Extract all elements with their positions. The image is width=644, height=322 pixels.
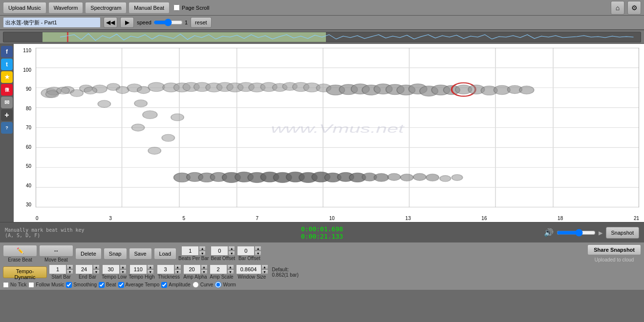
share-snapshot-button[interactable]: Share Snapshot xyxy=(587,244,641,255)
page-scroll-checkbox[interactable] xyxy=(173,4,180,11)
status-right: 🔊 ▶ Snapshot xyxy=(428,227,639,239)
social-sidebar: f t ★ 微 ✉ + ? xyxy=(0,44,14,222)
beats-per-bar-down[interactable]: ▼ xyxy=(199,251,206,256)
follow-music-row: Follow Music xyxy=(28,282,64,288)
beats-per-bar-label: Beats Per Bar xyxy=(178,256,209,261)
snapshot-button[interactable]: Snapshot xyxy=(606,227,639,239)
delete-button[interactable]: Delete xyxy=(75,248,102,260)
amp-alpha-up[interactable]: ▲ xyxy=(201,264,208,269)
snap-button[interactable]: Snap xyxy=(104,248,127,260)
beats-per-bar-up[interactable]: ▲ xyxy=(199,246,206,251)
amplitude-label: Amplitude xyxy=(169,282,190,287)
start-bar-up[interactable]: ▲ xyxy=(66,264,73,269)
beat-offset-input[interactable] xyxy=(211,246,228,256)
svg-point-79 xyxy=(374,173,388,181)
manual-beat-button[interactable]: Manual Beat xyxy=(129,2,170,14)
worm-radio[interactable] xyxy=(215,282,221,288)
start-bar-input[interactable] xyxy=(49,264,66,274)
end-bar-up[interactable]: ▲ xyxy=(93,264,100,269)
reset-button[interactable]: reset xyxy=(191,17,211,28)
beats-per-bar-input[interactable] xyxy=(181,246,199,256)
erase-beat-label: Erase Beat xyxy=(8,257,32,262)
svg-point-62 xyxy=(519,86,534,94)
thickness-down[interactable]: ▼ xyxy=(174,269,181,274)
no-tick-checkbox[interactable] xyxy=(3,282,9,288)
bar-offset-up[interactable]: ▲ xyxy=(255,246,261,251)
beat-offset-up[interactable]: ▲ xyxy=(228,246,235,251)
svg-point-91 xyxy=(116,86,129,94)
play-button[interactable]: ▶ xyxy=(120,17,134,28)
window-size-up[interactable]: ▲ xyxy=(261,264,268,269)
svg-point-92 xyxy=(131,124,144,131)
main-area: f t ★ 微 ✉ + ? 110 100 90 80 70 60 50 40 … xyxy=(0,44,644,222)
worm-label: Worm xyxy=(223,282,236,287)
amp-scale-down[interactable]: ▼ xyxy=(227,269,234,274)
weibo-icon[interactable]: 微 xyxy=(1,84,13,96)
home-icon[interactable]: ⌂ xyxy=(611,1,624,15)
follow-music-checkbox[interactable] xyxy=(28,282,34,288)
svg-point-95 xyxy=(171,114,184,121)
curve-radio[interactable] xyxy=(193,282,199,288)
y-label-30: 30 xyxy=(26,202,31,207)
controls-area: ✏️ Erase Beat ↔️ Move Beat Delete Snap S… xyxy=(0,242,644,290)
tempo-low-up[interactable]: ▲ xyxy=(120,264,127,269)
help-icon[interactable]: ? xyxy=(1,122,13,134)
settings-icon[interactable]: ⚙ xyxy=(627,1,641,15)
end-bar-down[interactable]: ▼ xyxy=(93,269,100,274)
hint-line2: (A, S, D, F) xyxy=(5,233,216,238)
window-size-label: Window Size xyxy=(238,274,266,280)
tempo-dynamic-button[interactable]: Tempo-Dynamic xyxy=(3,266,47,278)
waveform-overview xyxy=(0,30,644,44)
waveform-bar[interactable] xyxy=(3,32,641,42)
bar-offset-down[interactable]: ▼ xyxy=(255,251,261,256)
smoothing-checkbox[interactable] xyxy=(66,282,72,288)
tempo-low-down[interactable]: ▼ xyxy=(120,269,127,274)
beat-offset-down[interactable]: ▼ xyxy=(228,251,235,256)
y-label-80: 80 xyxy=(26,106,31,111)
spectrogram-button[interactable]: Spectrogram xyxy=(85,2,127,14)
load-button[interactable]: Load xyxy=(154,248,176,260)
tempo-high-down[interactable]: ▼ xyxy=(147,269,154,274)
twitter-icon[interactable]: t xyxy=(1,59,13,70)
svg-point-87 xyxy=(57,87,69,94)
window-size-down[interactable]: ▼ xyxy=(261,269,268,274)
amplitude-checkbox[interactable] xyxy=(161,282,167,288)
y-label-90: 90 xyxy=(26,86,31,92)
facebook-icon[interactable]: f xyxy=(1,46,13,58)
move-beat-button[interactable]: ↔️ xyxy=(39,245,73,257)
track-name-input[interactable] xyxy=(3,17,101,28)
volume-icon: 🔊 xyxy=(544,228,554,237)
speed-slider[interactable] xyxy=(153,19,183,26)
erase-beat-button[interactable]: ✏️ xyxy=(3,245,37,257)
waveform-button[interactable]: Waveform xyxy=(48,2,84,14)
amp-alpha-down[interactable]: ▼ xyxy=(201,269,208,274)
start-bar-label: Start Bar xyxy=(51,274,70,280)
tempo-high-input[interactable] xyxy=(129,264,147,274)
save-button[interactable]: Save xyxy=(129,248,152,260)
thickness-input[interactable] xyxy=(157,264,174,274)
mail-icon[interactable]: ✉ xyxy=(1,97,13,108)
curve-label: Curve xyxy=(200,282,214,287)
amp-scale-input[interactable] xyxy=(210,264,227,274)
uploaded-label: Uploaded to cloud xyxy=(595,257,634,262)
average-tempo-label: Average Tempo xyxy=(126,282,160,287)
tempo-low-input[interactable] xyxy=(102,264,120,274)
window-size-input[interactable] xyxy=(236,264,261,274)
thickness-up[interactable]: ▲ xyxy=(174,264,181,269)
average-tempo-checkbox[interactable] xyxy=(118,282,124,288)
upload-music-button[interactable]: Upload Music xyxy=(3,2,46,14)
tempo-high-up[interactable]: ▲ xyxy=(147,264,154,269)
amp-scale-group: ▲ ▼ Amp Scale xyxy=(210,264,234,280)
bar-offset-input[interactable] xyxy=(237,246,255,256)
start-bar-down[interactable]: ▼ xyxy=(66,269,73,274)
waveform-wave xyxy=(3,32,641,42)
beat-checkbox[interactable] xyxy=(99,282,105,288)
end-bar-input[interactable] xyxy=(75,264,93,274)
favorite-icon[interactable]: ★ xyxy=(1,71,13,83)
amp-scale-up[interactable]: ▲ xyxy=(227,264,234,269)
prev-button[interactable]: ◀◀ xyxy=(104,17,117,28)
add-icon[interactable]: + xyxy=(1,109,13,121)
volume-slider[interactable] xyxy=(557,229,596,237)
x-label-18: 18 xyxy=(558,216,563,221)
amp-alpha-input[interactable] xyxy=(183,264,201,274)
